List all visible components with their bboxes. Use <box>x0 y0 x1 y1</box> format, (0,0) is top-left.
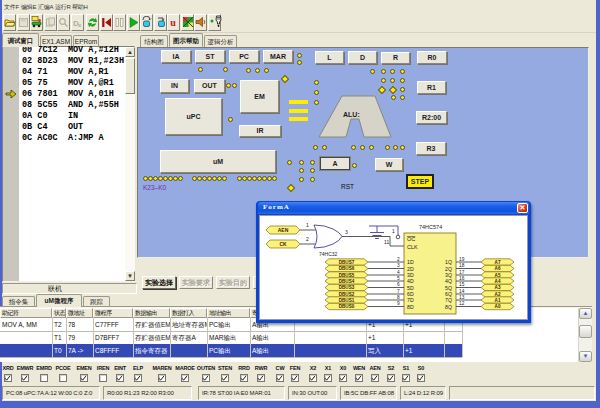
svg-text:1: 1 <box>306 222 309 228</box>
svg-text:A2: A2 <box>495 292 501 297</box>
svg-text:A6: A6 <box>495 266 501 271</box>
svg-text:16: 16 <box>459 276 465 281</box>
svg-text:A4: A4 <box>495 279 501 284</box>
svg-text:A5: A5 <box>495 273 501 278</box>
svg-text:7D: 7D <box>407 297 414 303</box>
svg-text:6: 6 <box>397 282 400 287</box>
svg-text:DBUS4: DBUS4 <box>339 279 355 284</box>
svg-text:OC: OC <box>407 236 415 242</box>
svg-text:14: 14 <box>459 289 465 294</box>
svg-text:74HC574: 74HC574 <box>419 224 442 230</box>
svg-text:1D: 1D <box>407 259 414 265</box>
svg-text:DBUS3: DBUS3 <box>339 285 355 290</box>
svg-text:11: 11 <box>384 239 389 245</box>
svg-text:12: 12 <box>459 301 465 306</box>
svg-text:u: u <box>170 17 176 28</box>
svg-text:A3: A3 <box>495 285 501 290</box>
svg-text:A7: A7 <box>495 260 501 265</box>
svg-text:DBUS6: DBUS6 <box>339 266 355 271</box>
svg-text:DBUS7: DBUS7 <box>339 260 355 265</box>
svg-text:x: x <box>78 22 82 28</box>
svg-text:3: 3 <box>397 263 400 268</box>
svg-text:5: 5 <box>397 276 400 281</box>
svg-text:2: 2 <box>397 257 400 262</box>
svg-text:7Q: 7Q <box>445 297 452 303</box>
svg-text:CLK: CLK <box>407 244 418 250</box>
svg-text:74HC32: 74HC32 <box>319 251 338 257</box>
svg-text:4D: 4D <box>407 278 414 284</box>
svg-text:4Q: 4Q <box>445 278 452 284</box>
svg-text:5Q: 5Q <box>445 285 452 291</box>
svg-text:19: 19 <box>459 257 465 262</box>
svg-text:AEN: AEN <box>278 227 289 233</box>
svg-text:17: 17 <box>459 270 465 275</box>
svg-text:8Q: 8Q <box>445 304 452 310</box>
svg-text:A0: A0 <box>495 304 501 309</box>
svg-text:2: 2 <box>306 236 309 242</box>
svg-text:3: 3 <box>345 229 348 235</box>
svg-text:15: 15 <box>459 282 465 287</box>
svg-text:1Q: 1Q <box>445 259 452 265</box>
svg-text:DBUS2: DBUS2 <box>339 292 355 297</box>
svg-text:A1: A1 <box>495 298 501 303</box>
svg-text:18: 18 <box>459 263 465 268</box>
svg-text:DBUS5: DBUS5 <box>339 273 355 278</box>
svg-text:ALU:: ALU: <box>343 111 360 118</box>
svg-text:4: 4 <box>397 270 400 275</box>
svg-text:5D: 5D <box>407 285 414 291</box>
svg-text:CK: CK <box>279 241 287 247</box>
svg-text:1: 1 <box>392 228 395 234</box>
svg-text:8D: 8D <box>407 304 414 310</box>
svg-text:2Q: 2Q <box>445 266 452 272</box>
svg-text:8: 8 <box>397 295 400 300</box>
svg-text:13: 13 <box>459 295 465 300</box>
svg-text:DBUS0: DBUS0 <box>339 304 355 309</box>
svg-text:DBUS1: DBUS1 <box>339 298 355 303</box>
svg-text:9: 9 <box>397 301 400 306</box>
svg-text:7: 7 <box>397 289 400 294</box>
svg-text:2D: 2D <box>407 266 414 272</box>
